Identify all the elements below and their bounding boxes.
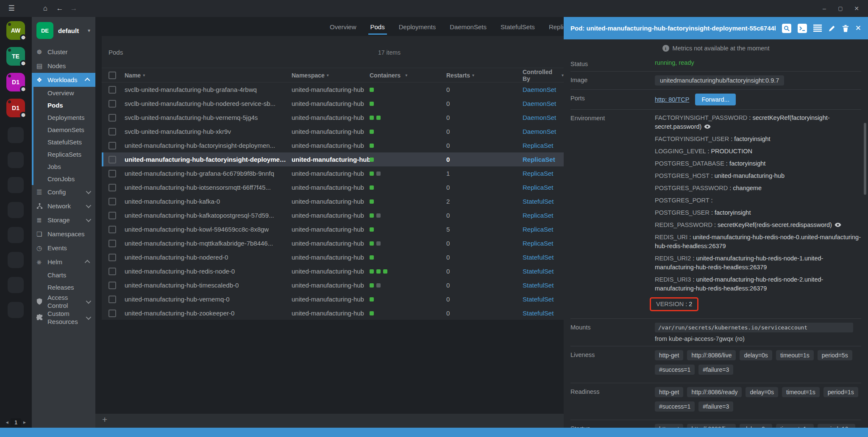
row-checkbox[interactable]	[108, 254, 116, 261]
attach-icon[interactable]	[782, 24, 791, 33]
sidebar-item-custom-resources[interactable]: Custom Resources	[32, 310, 95, 326]
reveal-secret-eye-icon[interactable]	[832, 221, 841, 228]
cluster-avatar[interactable]: D1☸	[6, 73, 25, 91]
controlled-by-link[interactable]: ReplicaSet	[523, 142, 554, 149]
controlled-by-link[interactable]: StatefulSet	[523, 268, 554, 275]
tab-statefulsets[interactable]: StatefulSets	[500, 22, 536, 30]
table-row[interactable]: united-manufacturing-hub-iotsensorsmqtt-…	[102, 180, 564, 194]
reveal-secret-eye-icon[interactable]	[701, 123, 711, 130]
table-row[interactable]: united-manufacturing-hub-zookeeper-0unit…	[102, 306, 564, 320]
home-icon[interactable]: ⌂	[39, 0, 52, 17]
controlled-by-link[interactable]: ReplicaSet	[523, 156, 555, 163]
row-checkbox[interactable]	[108, 184, 116, 191]
controlled-by-link[interactable]: StatefulSet	[523, 296, 554, 303]
controlled-by-link[interactable]: DaemonSet	[523, 100, 556, 107]
cluster-avatar[interactable]: TE☸	[6, 47, 25, 66]
forward-button[interactable]: Forward...	[695, 94, 735, 105]
sidebar-item-releases[interactable]: Releases	[32, 281, 95, 293]
row-checkbox[interactable]	[108, 170, 116, 177]
table-row[interactable]: united-manufacturing-hub-nodered-0united…	[102, 250, 564, 264]
row-checkbox[interactable]	[108, 198, 116, 205]
row-checkbox[interactable]	[108, 282, 116, 289]
column-header-restarts[interactable]: Restarts▾	[446, 68, 474, 82]
sidebar-item-jobs[interactable]: Jobs	[32, 160, 95, 173]
table-row[interactable]: united-manufacturing-hub-factoryinsight-…	[102, 138, 564, 152]
sidebar-item-pods[interactable]: Pods	[32, 99, 95, 111]
scrollbar-thumb[interactable]	[864, 123, 866, 195]
forward-icon[interactable]: →	[67, 0, 80, 17]
row-checkbox[interactable]	[108, 156, 116, 163]
sidebar-item-replicasets[interactable]: ReplicaSets	[32, 148, 95, 160]
row-checkbox[interactable]	[108, 212, 116, 219]
column-header-namespace[interactable]: Namespace▾	[292, 68, 329, 82]
controlled-by-link[interactable]: ReplicaSet	[523, 226, 554, 233]
close-drawer-icon[interactable]: ✕	[855, 24, 861, 33]
table-row[interactable]: united-manufacturing-hub-grafana-6c679b9…	[102, 166, 564, 180]
sidebar-item-charts[interactable]: Charts	[32, 269, 95, 281]
table-row[interactable]: svclb-united-manufacturing-hub-grafana-4…	[102, 83, 564, 97]
logs-icon[interactable]	[813, 25, 822, 32]
edit-icon[interactable]	[828, 25, 836, 32]
table-row[interactable]: united-manufacturing-hub-kafka-0united-m…	[102, 194, 564, 208]
sidebar-item-nodes[interactable]: ▤Nodes	[32, 59, 95, 73]
back-icon[interactable]: ←	[53, 0, 66, 17]
close-window-button[interactable]: ✕	[849, 0, 864, 17]
cluster-avatar[interactable]: D1☸	[6, 99, 25, 117]
sidebar-item-namespaces[interactable]: ❏Namespaces	[32, 227, 95, 241]
row-checkbox[interactable]	[108, 268, 116, 275]
row-checkbox[interactable]	[108, 128, 116, 136]
controlled-by-link[interactable]: ReplicaSet	[523, 212, 554, 219]
column-header-name[interactable]: Name▾	[125, 68, 288, 82]
table-row[interactable]: united-manufacturing-hub-kowl-594659cc8c…	[102, 222, 564, 236]
tab-deployments[interactable]: Deployments	[398, 22, 437, 30]
row-checkbox[interactable]	[108, 114, 116, 122]
port-link[interactable]: http: 80/TCP	[655, 94, 689, 105]
table-row[interactable]: svclb-united-manufacturing-hub-xkr9vunit…	[102, 124, 564, 138]
sidebar-item-statefulsets[interactable]: StatefulSets	[32, 136, 95, 148]
sidebar-item-workloads[interactable]: ❖Workloads	[32, 73, 95, 87]
controlled-by-link[interactable]: StatefulSet	[523, 198, 554, 205]
cluster-avatar[interactable]: AW☸	[6, 21, 25, 40]
shell-icon[interactable]	[798, 24, 807, 33]
tab-pods[interactable]: Pods	[370, 22, 386, 30]
controlled-by-link[interactable]: ReplicaSet	[523, 170, 554, 177]
delete-icon[interactable]	[842, 25, 849, 32]
table-row[interactable]: united-manufacturing-hub-timescaledb-0un…	[102, 278, 564, 292]
table-row[interactable]: united-manufacturing-hub-kafkatopostgres…	[102, 208, 564, 222]
row-checkbox[interactable]	[108, 86, 116, 94]
page-prev-button[interactable]: ◂	[6, 419, 8, 425]
page-next-button[interactable]: ▸	[23, 419, 26, 425]
column-header-controlled-by[interactable]: Controlled By▾	[523, 68, 564, 82]
controlled-by-link[interactable]: ReplicaSet	[523, 240, 554, 247]
sidebar-item-overview[interactable]: Overview	[32, 87, 95, 99]
tab-overview[interactable]: Overview	[329, 22, 357, 30]
row-checkbox[interactable]	[108, 100, 116, 108]
controlled-by-link[interactable]: StatefulSet	[523, 310, 554, 317]
namespace-context-switcher[interactable]: DE default ▾	[32, 17, 95, 45]
sidebar-item-storage[interactable]: ≣Storage	[32, 213, 95, 227]
table-row[interactable]: united-manufacturing-hub-redis-node-0uni…	[102, 264, 564, 278]
minimize-button[interactable]: –	[817, 0, 832, 17]
sidebar-item-cluster[interactable]: ☸Cluster	[32, 45, 95, 59]
add-tab-button[interactable]: +	[102, 415, 107, 425]
tab-daemonsets[interactable]: DaemonSets	[449, 22, 487, 30]
controlled-by-link[interactable]: StatefulSet	[523, 282, 554, 289]
select-all-checkbox[interactable]	[108, 72, 116, 79]
column-header-containers[interactable]: Containers▾	[370, 68, 407, 82]
tab-replicasets[interactable]: ReplicaSets	[548, 22, 564, 30]
controlled-by-link[interactable]: DaemonSet	[523, 86, 556, 93]
table-row[interactable]: svclb-united-manufacturing-hub-nodered-s…	[102, 97, 564, 111]
sidebar-item-config[interactable]: ☰Config	[32, 185, 95, 199]
sidebar-item-access-control[interactable]: Access Control	[32, 293, 95, 310]
row-checkbox[interactable]	[108, 296, 116, 303]
sidebar-item-daemonsets[interactable]: DaemonSets	[32, 124, 95, 136]
sidebar-item-network[interactable]: Network	[32, 199, 95, 213]
table-row[interactable]: svclb-united-manufacturing-hub-vernemq-5…	[102, 111, 564, 124]
sidebar-item-deployments[interactable]: Deployments	[32, 111, 95, 124]
table-row[interactable]: united-manufacturing-hub-vernemq-0united…	[102, 292, 564, 306]
row-checkbox[interactable]	[108, 142, 116, 149]
controlled-by-link[interactable]: StatefulSet	[523, 254, 554, 261]
menu-icon[interactable]: ☰	[5, 0, 18, 17]
row-checkbox[interactable]	[108, 310, 116, 317]
row-checkbox[interactable]	[108, 240, 116, 247]
